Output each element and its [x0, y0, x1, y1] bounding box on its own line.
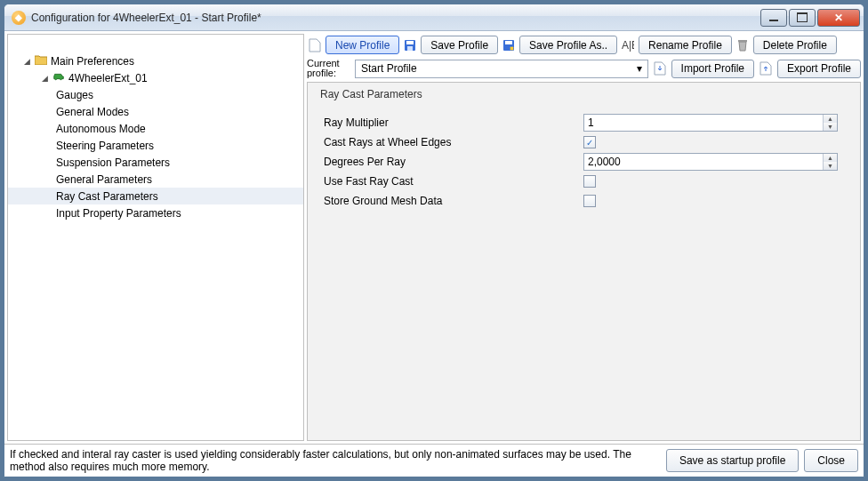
- svg-rect-6: [738, 40, 747, 42]
- tree-item[interactable]: Input Property Parameters: [8, 204, 303, 221]
- svg-rect-1: [406, 41, 414, 44]
- content-area: ◢ Main Preferences ◢ 4WheelerExt_01 Gaug…: [4, 31, 864, 444]
- tree-item-label: Gauges: [54, 89, 93, 101]
- collapse-icon[interactable]: ◢: [42, 74, 51, 83]
- tree-item[interactable]: General Modes: [8, 103, 303, 120]
- store-ground-mesh-checkbox[interactable]: [583, 195, 596, 207]
- tree-item-label: Ray Cast Parameters: [54, 190, 158, 203]
- field-ray-multiplier: Ray Multiplier ▲▼: [317, 113, 851, 132]
- spin-up-icon[interactable]: ▲: [824, 115, 837, 123]
- profile-toolbar: New Profile Save Profile Save Profile As…: [307, 34, 861, 82]
- save-as-icon: [501, 37, 517, 53]
- svg-rect-2: [407, 46, 413, 51]
- window-controls: ✕: [760, 9, 860, 27]
- help-text: If checked and interal ray caster is use…: [10, 448, 661, 473]
- tree-item-label: Suspension Parameters: [54, 156, 170, 169]
- tree-item[interactable]: Suspension Parameters: [8, 154, 303, 171]
- rename-profile-button[interactable]: Rename Profile: [639, 36, 732, 54]
- tree-item-label: Input Property Parameters: [54, 207, 181, 220]
- field-degrees-per-ray: Degrees Per Ray ▲▼: [317, 152, 851, 172]
- tree-item[interactable]: Autonomous Mode: [8, 120, 303, 137]
- export-icon: [758, 60, 774, 76]
- import-icon: [652, 60, 668, 76]
- tree-item[interactable]: General Parameters: [8, 171, 303, 188]
- close-button[interactable]: Close: [804, 449, 858, 472]
- tree-item[interactable]: Gauges: [8, 86, 303, 103]
- save-as-startup-button[interactable]: Save as startup profile: [666, 449, 799, 472]
- maximize-button[interactable]: [789, 9, 816, 27]
- footer-bar: If checked and interal ray caster is use…: [4, 444, 864, 477]
- rename-icon: A|B: [620, 37, 636, 53]
- close-window-button[interactable]: ✕: [817, 9, 860, 27]
- save-profile-button[interactable]: Save Profile: [421, 36, 498, 54]
- tree-root-label: Main Preferences: [49, 55, 134, 68]
- current-profile-select[interactable]: Start Profile ▾: [355, 60, 648, 78]
- tree-item-label: Autonomous Mode: [54, 123, 146, 135]
- tree-item-label: Steering Parameters: [54, 140, 154, 152]
- app-icon: ◆: [12, 11, 26, 25]
- ray-multiplier-input[interactable]: ▲▼: [583, 114, 838, 132]
- field-store-ground-mesh: Store Ground Mesh Data: [317, 191, 851, 211]
- window-title: Configuration for 4WheelerExt_01 - Start…: [31, 12, 760, 24]
- tree-vehicle[interactable]: ◢ 4WheelerExt_01: [8, 69, 303, 86]
- chevron-down-icon: ▾: [637, 62, 642, 75]
- tree-item-label: General Modes: [54, 106, 129, 118]
- field-cast-rays-edges: Cast Rays at Wheel Edges ✓: [317, 132, 851, 152]
- parameters-panel: Ray Cast Parameters Ray Multiplier ▲▼: [307, 82, 861, 441]
- tree-root[interactable]: ◢ Main Preferences: [8, 52, 303, 69]
- new-file-icon: [307, 37, 323, 53]
- minimize-button[interactable]: [760, 9, 787, 27]
- current-profile-label: Current profile:: [307, 59, 351, 78]
- current-profile-value: Start Profile: [361, 62, 417, 75]
- import-profile-button[interactable]: Import Profile: [671, 60, 754, 78]
- save-profile-as-button[interactable]: Save Profile As..: [519, 36, 617, 54]
- spin-up-icon[interactable]: ▲: [824, 154, 837, 162]
- titlebar[interactable]: ◆ Configuration for 4WheelerExt_01 - Sta…: [4, 4, 864, 31]
- use-fast-ray-cast-checkbox[interactable]: [583, 175, 596, 188]
- new-profile-button[interactable]: New Profile: [326, 36, 399, 54]
- preferences-tree[interactable]: ◢ Main Preferences ◢ 4WheelerExt_01 Gaug…: [7, 34, 304, 441]
- collapse-icon[interactable]: ◢: [24, 57, 33, 66]
- svg-text:A|B: A|B: [622, 39, 634, 52]
- svg-rect-4: [505, 41, 512, 44]
- car-icon: [51, 71, 67, 84]
- trash-icon: [735, 37, 751, 53]
- tree-item[interactable]: Steering Parameters: [8, 137, 303, 154]
- folder-icon: [33, 54, 49, 68]
- cast-rays-edges-checkbox[interactable]: ✓: [583, 136, 596, 148]
- spin-down-icon[interactable]: ▼: [824, 123, 837, 131]
- export-profile-button[interactable]: Export Profile: [777, 60, 861, 78]
- degrees-per-ray-input[interactable]: ▲▼: [583, 153, 838, 171]
- save-icon: [402, 37, 418, 53]
- field-use-fast-ray-cast: Use Fast Ray Cast: [317, 172, 851, 191]
- delete-profile-button[interactable]: Delete Profile: [753, 36, 837, 54]
- group-title: Ray Cast Parameters: [317, 88, 426, 100]
- tree-item[interactable]: Ray Cast Parameters: [8, 188, 303, 204]
- tree-item-label: General Parameters: [54, 173, 152, 186]
- tree-vehicle-label: 4WheelerExt_01: [67, 72, 148, 84]
- app-window: ◆ Configuration for 4WheelerExt_01 - Sta…: [4, 4, 864, 477]
- spin-down-icon[interactable]: ▼: [824, 162, 837, 170]
- main-area: New Profile Save Profile Save Profile As…: [307, 34, 861, 441]
